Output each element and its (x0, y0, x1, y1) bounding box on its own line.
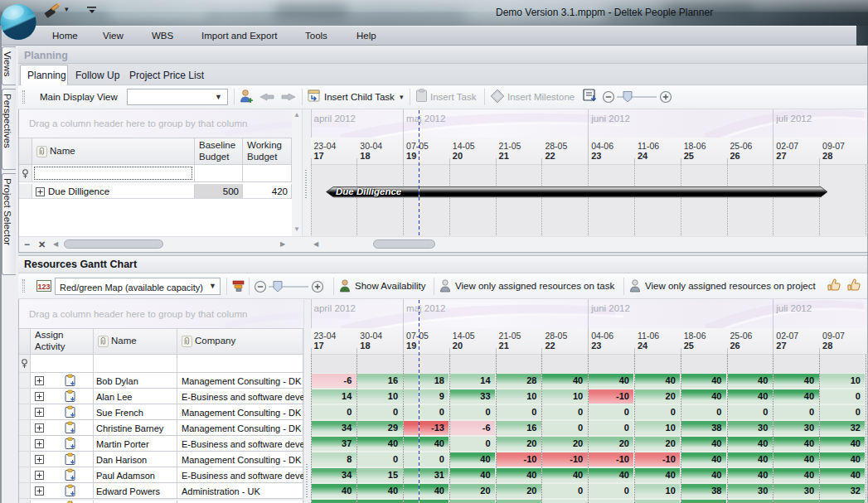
svg-text:123: 123 (37, 283, 50, 291)
